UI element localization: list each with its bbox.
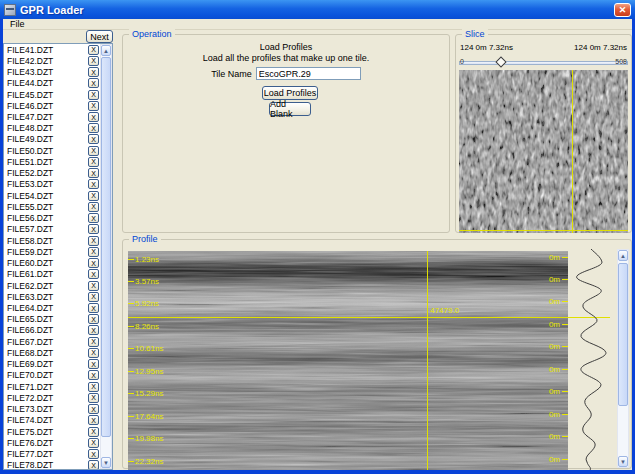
file-row[interactable]: FILE49.DZT X xyxy=(4,134,101,145)
file-row[interactable]: FILE59.DZT X xyxy=(4,246,101,257)
file-remove-button[interactable]: X xyxy=(88,123,99,133)
next-button[interactable]: Next xyxy=(86,30,113,43)
file-remove-button[interactable]: X xyxy=(88,146,99,156)
file-row[interactable]: FILE71.DZT X xyxy=(4,381,101,392)
file-row[interactable]: FILE41.DZT X xyxy=(4,44,101,55)
file-row[interactable]: FILE47.DZT X xyxy=(4,111,101,122)
file-remove-button[interactable]: X xyxy=(88,258,99,268)
file-row[interactable]: FILE63.DZT X xyxy=(4,291,101,302)
file-remove-button[interactable]: X xyxy=(88,281,99,291)
file-row[interactable]: FILE42.DZT X xyxy=(4,55,101,66)
file-remove-button[interactable]: X xyxy=(88,370,99,380)
file-remove-button[interactable]: X xyxy=(88,460,99,470)
file-remove-button[interactable]: X xyxy=(88,449,99,459)
file-remove-button[interactable]: X xyxy=(88,303,99,313)
file-remove-button[interactable]: X xyxy=(88,269,99,279)
file-remove-button[interactable]: X xyxy=(88,168,99,178)
file-row[interactable]: FILE64.DZT X xyxy=(4,302,101,313)
file-row[interactable]: FILE45.DZT X xyxy=(4,89,101,100)
file-row[interactable]: FILE50.DZT X xyxy=(4,145,101,156)
file-remove-button[interactable]: X xyxy=(88,438,99,448)
file-row[interactable]: FILE46.DZT X xyxy=(4,100,101,111)
file-list[interactable]: FILE41.DZT X FILE42.DZT X FILE43.DZT X F… xyxy=(3,43,113,470)
file-remove-button[interactable]: X xyxy=(88,325,99,335)
file-row[interactable]: FILE67.DZT X xyxy=(4,336,101,347)
file-row[interactable]: FILE76.DZT X xyxy=(4,437,101,448)
slice-slider-track[interactable] xyxy=(459,61,628,65)
file-remove-button[interactable]: X xyxy=(88,134,99,144)
file-row[interactable]: FILE58.DZT X xyxy=(4,235,101,246)
file-remove-button[interactable]: X xyxy=(88,292,99,302)
file-row[interactable]: FILE73.DZT X xyxy=(4,404,101,415)
file-remove-button[interactable]: X xyxy=(88,213,99,223)
slice-slider[interactable]: 0 508 xyxy=(459,57,628,69)
profile-scrollbar-thumb[interactable] xyxy=(618,263,628,406)
file-row[interactable]: FILE74.DZT X xyxy=(4,415,101,426)
file-row[interactable]: FILE72.DZT X xyxy=(4,392,101,403)
slider-thumb-icon[interactable] xyxy=(496,56,507,67)
window-title: GPR Loader xyxy=(20,4,614,16)
file-row[interactable]: FILE53.DZT X xyxy=(4,179,101,190)
file-row[interactable]: FILE77.DZT X xyxy=(4,448,101,459)
file-row[interactable]: FILE66.DZT X xyxy=(4,325,101,336)
profile-image[interactable]: 47479.0 1.23ns3.57ns5.92ns8.26ns10.61ns1… xyxy=(128,251,568,470)
file-row[interactable]: FILE69.DZT X xyxy=(4,359,101,370)
menu-file[interactable]: File xyxy=(3,19,32,29)
file-row[interactable]: FILE62.DZT X xyxy=(4,280,101,291)
file-scrollbar-thumb[interactable] xyxy=(101,57,111,437)
file-row[interactable]: FILE48.DZT X xyxy=(4,123,101,134)
file-remove-button[interactable]: X xyxy=(88,348,99,358)
file-remove-button[interactable]: X xyxy=(88,236,99,246)
file-remove-button[interactable]: X xyxy=(88,112,99,122)
file-list-scrollbar[interactable]: ▲ ▼ xyxy=(100,44,112,469)
file-row[interactable]: FILE56.DZT X xyxy=(4,213,101,224)
file-remove-button[interactable]: X xyxy=(88,393,99,403)
file-remove-button[interactable]: X xyxy=(88,202,99,212)
title-bar[interactable]: GPR Loader ✕ xyxy=(0,0,635,19)
scroll-down-icon[interactable]: ▼ xyxy=(101,457,111,468)
file-row[interactable]: FILE57.DZT X xyxy=(4,224,101,235)
slice-image[interactable] xyxy=(459,70,628,233)
file-row[interactable]: FILE55.DZT X xyxy=(4,201,101,212)
profile-scroll-down-icon[interactable]: ▼ xyxy=(618,456,628,467)
file-remove-button[interactable]: X xyxy=(88,67,99,77)
scroll-up-icon[interactable]: ▲ xyxy=(101,45,111,56)
tile-name-input[interactable] xyxy=(256,67,361,80)
file-remove-button[interactable]: X xyxy=(88,382,99,392)
file-row[interactable]: FILE68.DZT X xyxy=(4,347,101,358)
file-remove-button[interactable]: X xyxy=(88,90,99,100)
file-remove-button[interactable]: X xyxy=(88,78,99,88)
file-row[interactable]: FILE43.DZT X xyxy=(4,66,101,77)
file-row[interactable]: FILE65.DZT X xyxy=(4,314,101,325)
file-remove-button[interactable]: X xyxy=(88,337,99,347)
file-row[interactable]: FILE78.DZT X xyxy=(4,460,101,470)
file-remove-button[interactable]: X xyxy=(88,157,99,167)
file-row[interactable]: FILE54.DZT X xyxy=(4,190,101,201)
time-label-text: 15.29ns xyxy=(135,389,163,398)
file-row[interactable]: FILE44.DZT X xyxy=(4,78,101,89)
profile-scroll-up-icon[interactable]: ▲ xyxy=(618,250,628,261)
file-row[interactable]: FILE51.DZT X xyxy=(4,156,101,167)
file-row[interactable]: FILE75.DZT X xyxy=(4,426,101,437)
file-remove-button[interactable]: X xyxy=(88,247,99,257)
load-profiles-button[interactable]: Load Profiles xyxy=(262,86,318,100)
file-remove-button[interactable]: X xyxy=(88,191,99,201)
close-icon[interactable]: ✕ xyxy=(614,3,631,17)
file-remove-button[interactable]: X xyxy=(88,404,99,414)
file-remove-button[interactable]: X xyxy=(88,314,99,324)
file-row[interactable]: FILE61.DZT X xyxy=(4,269,101,280)
file-remove-button[interactable]: X xyxy=(88,415,99,425)
profile-scrollbar[interactable]: ▲ ▼ xyxy=(617,249,629,468)
file-row[interactable]: FILE70.DZT X xyxy=(4,370,101,381)
file-remove-button[interactable]: X xyxy=(88,359,99,369)
file-name: FILE50.DZT xyxy=(4,146,88,156)
file-remove-button[interactable]: X xyxy=(88,45,99,55)
file-remove-button[interactable]: X xyxy=(88,56,99,66)
file-remove-button[interactable]: X xyxy=(88,179,99,189)
file-remove-button[interactable]: X xyxy=(88,101,99,111)
file-remove-button[interactable]: X xyxy=(88,427,99,437)
file-row[interactable]: FILE60.DZT X xyxy=(4,257,101,268)
file-remove-button[interactable]: X xyxy=(88,224,99,234)
file-row[interactable]: FILE52.DZT X xyxy=(4,168,101,179)
add-blank-button[interactable]: Add Blank xyxy=(269,102,311,116)
